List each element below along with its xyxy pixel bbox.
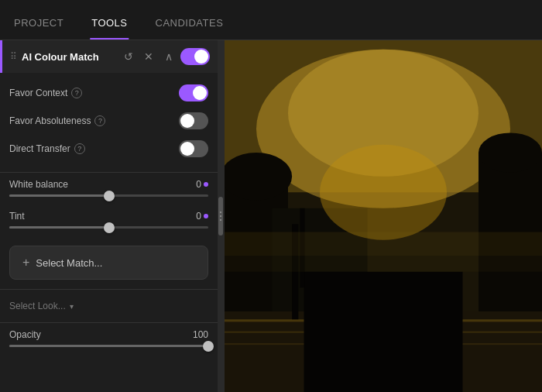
panel-divider-handle[interactable] [218, 197, 223, 236]
select-match-label: Select Match... [36, 257, 102, 269]
favor-absoluteness-row: Favor Absoluteness ? [9, 107, 208, 135]
top-navigation: PROJECT TOOLS CANDIDATES [0, 0, 542, 40]
white-balance-track[interactable] [9, 194, 208, 197]
white-balance-thumb[interactable] [104, 191, 115, 201]
main-layout: ⠿ AI Colour Match ↺ ✕ ∧ Favor Context ? … [0, 40, 542, 392]
opacity-thumb[interactable] [203, 341, 214, 352]
white-balance-section: White balance 0 [0, 176, 218, 208]
settings-section: Favor Context ? Favor Absoluteness ? Dir… [0, 73, 218, 169]
white-balance-label: White balance [9, 179, 68, 190]
favor-context-label: Favor Context ? [9, 88, 82, 98]
direct-transfer-help-icon[interactable]: ? [74, 143, 85, 154]
chevron-up-icon[interactable]: ∧ [160, 48, 177, 65]
right-panel [218, 40, 542, 392]
select-look-label: Select Look... [9, 301, 66, 311]
tint-section: Tint 0 [0, 208, 218, 239]
white-balance-header: White balance 0 [9, 179, 208, 190]
svg-point-9 [479, 132, 542, 172]
svg-rect-15 [304, 272, 463, 392]
tab-project[interactable]: PROJECT [0, 6, 77, 40]
favor-absoluteness-label: Favor Absoluteness ? [9, 115, 105, 126]
direct-transfer-row: Direct Transfer ? [9, 135, 208, 163]
tab-candidates[interactable]: CANDIDATES [142, 6, 238, 40]
favor-context-help-icon[interactable]: ? [71, 88, 82, 98]
tint-dot [204, 214, 208, 218]
direct-transfer-toggle[interactable] [179, 140, 208, 157]
tool-enable-toggle[interactable] [180, 48, 210, 65]
favor-context-toggle[interactable] [179, 84, 208, 101]
svg-rect-18 [225, 232, 542, 256]
tint-track[interactable] [9, 226, 208, 229]
close-icon[interactable]: ✕ [140, 48, 157, 65]
tool-header-icons: ↺ ✕ ∧ [120, 48, 210, 65]
tint-thumb[interactable] [104, 222, 115, 233]
tint-label: Tint [9, 211, 25, 222]
opacity-value: 100 [193, 329, 208, 340]
tint-value: 0 [196, 211, 208, 222]
divider-1 [0, 172, 218, 173]
tool-title: AI Colour Match [22, 51, 120, 63]
favor-context-row: Favor Context ? [9, 79, 208, 107]
svg-rect-19 [225, 256, 542, 272]
tab-tools[interactable]: TOOLS [77, 6, 141, 40]
divider-3 [0, 322, 218, 323]
select-match-button[interactable]: + Select Match... [9, 246, 208, 280]
tint-header: Tint 0 [9, 211, 208, 222]
white-balance-value: 0 [196, 179, 208, 190]
drag-icon: ⠿ [10, 51, 17, 62]
left-panel: ⠿ AI Colour Match ↺ ✕ ∧ Favor Context ? … [0, 40, 218, 392]
image-canvas [225, 40, 542, 392]
opacity-track[interactable] [9, 345, 208, 347]
favor-absoluteness-help-icon[interactable]: ? [94, 115, 105, 126]
select-look-dropdown[interactable]: Select Look... ▾ [0, 293, 218, 319]
divider-2 [0, 289, 218, 290]
white-balance-dot [204, 182, 208, 187]
direct-transfer-label: Direct Transfer ? [9, 143, 85, 154]
chevron-down-icon: ▾ [70, 302, 74, 311]
opacity-header: Opacity 100 [9, 329, 208, 340]
history-icon[interactable]: ↺ [120, 48, 137, 65]
opacity-label: Opacity [9, 329, 41, 340]
plus-icon: + [22, 256, 29, 270]
svg-point-14 [320, 145, 447, 240]
favor-absoluteness-toggle[interactable] [179, 112, 208, 129]
tool-header: ⠿ AI Colour Match ↺ ✕ ∧ [0, 40, 218, 73]
opacity-section: Opacity 100 [0, 326, 218, 358]
